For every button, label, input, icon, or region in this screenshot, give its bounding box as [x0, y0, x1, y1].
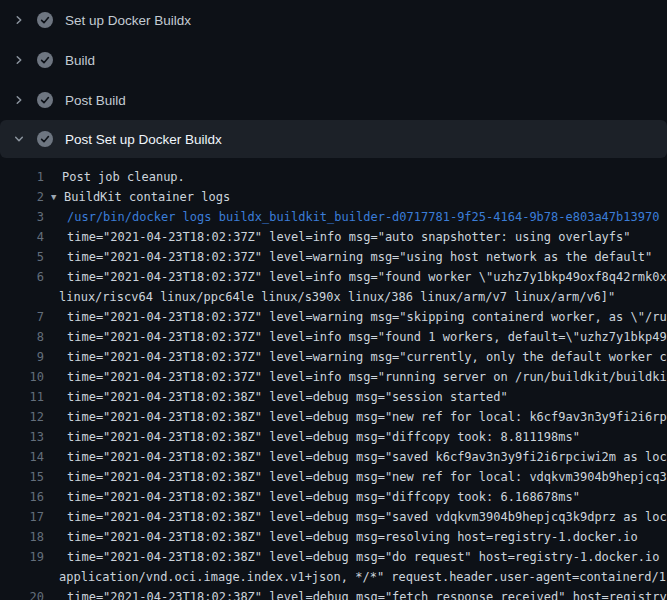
- log-line: 3 /usr/bin/docker logs buildx_buildkit_b…: [0, 207, 667, 227]
- log-line-text: time="2021-04-23T18:02:37Z" level=warnin…: [67, 247, 652, 267]
- log-line-number: 9: [0, 347, 44, 367]
- log-line-number: 3: [0, 207, 44, 227]
- log-line-number: 16: [0, 487, 44, 507]
- log-line-number: [0, 287, 44, 307]
- log-line: 20 time="2021-04-23T18:02:38Z" level=deb…: [0, 587, 667, 600]
- step-label: Build: [65, 53, 95, 68]
- log-line-text: time="2021-04-23T18:02:38Z" level=debug …: [67, 387, 508, 407]
- log-line: 17 time="2021-04-23T18:02:38Z" level=deb…: [0, 507, 667, 527]
- log-line-number: 14: [0, 447, 44, 467]
- log-line-number: 10: [0, 367, 44, 387]
- log-line-text: time="2021-04-23T18:02:38Z" level=debug …: [67, 587, 667, 600]
- chevron-right-icon[interactable]: [12, 52, 26, 68]
- chevron-down-icon[interactable]: [12, 131, 26, 147]
- log-line-number: 18: [0, 527, 44, 547]
- step-header-post-set-up-docker-buildx[interactable]: Post Set up Docker Buildx: [0, 120, 667, 158]
- log-line: linux/riscv64 linux/ppc64le linux/s390x …: [0, 287, 667, 307]
- log-line-text: Post job cleanup.: [62, 167, 185, 187]
- log-line-text: time="2021-04-23T18:02:37Z" level=warnin…: [67, 347, 667, 367]
- log-line-text: time="2021-04-23T18:02:38Z" level=debug …: [67, 407, 667, 427]
- step-header-set-up-docker-buildx[interactable]: Set up Docker Buildx: [0, 0, 667, 40]
- step-list: Set up Docker Buildx Build P: [0, 0, 667, 158]
- log-line-number: 7: [0, 307, 44, 327]
- log-line-text: time="2021-04-23T18:02:38Z" level=debug …: [67, 547, 667, 567]
- chevron-right-icon[interactable]: [12, 12, 26, 28]
- log-line-text: /usr/bin/docker logs buildx_buildkit_bui…: [67, 207, 659, 227]
- log-line-number: 8: [0, 327, 44, 347]
- log-line-number: 4: [0, 227, 44, 247]
- log-line: 7 time="2021-04-23T18:02:37Z" level=warn…: [0, 307, 667, 327]
- log-line: application/vnd.oci.image.index.v1+json,…: [0, 567, 667, 587]
- step-label: Post Set up Docker Buildx: [65, 132, 222, 147]
- log-line: 12 time="2021-04-23T18:02:38Z" level=deb…: [0, 407, 667, 427]
- check-circle-icon: [37, 131, 53, 147]
- log-line: 6 time="2021-04-23T18:02:37Z" level=info…: [0, 267, 667, 287]
- log-line-text: BuildKit container logs: [64, 187, 230, 207]
- log-line-text: time="2021-04-23T18:02:37Z" level=info m…: [67, 227, 631, 247]
- log-line: 8 time="2021-04-23T18:02:37Z" level=info…: [0, 327, 667, 347]
- log-line-number: 13: [0, 427, 44, 447]
- log-line: 13 time="2021-04-23T18:02:38Z" level=deb…: [0, 427, 667, 447]
- check-circle-icon: [37, 52, 53, 68]
- step-header-build[interactable]: Build: [0, 40, 667, 80]
- log-line-number: 1: [0, 167, 44, 187]
- log-line-text: time="2021-04-23T18:02:37Z" level=info m…: [67, 267, 667, 287]
- step-label: Post Build: [65, 93, 126, 108]
- log-line-text: time="2021-04-23T18:02:38Z" level=debug …: [67, 447, 667, 467]
- actions-log-viewer: Set up Docker Buildx Build P: [0, 0, 667, 600]
- log-line-text: time="2021-04-23T18:02:38Z" level=debug …: [67, 507, 667, 527]
- log-line-number: 5: [0, 247, 44, 267]
- log-line-number: 12: [0, 407, 44, 427]
- log-line: 4 time="2021-04-23T18:02:37Z" level=info…: [0, 227, 667, 247]
- check-circle-icon: [37, 92, 53, 108]
- log-line-text: linux/riscv64 linux/ppc64le linux/s390x …: [59, 287, 615, 307]
- log-line: 1 Post job cleanup.: [0, 167, 667, 187]
- chevron-right-icon[interactable]: [12, 92, 26, 108]
- log-line-number: 17: [0, 507, 44, 527]
- log-line: 11 time="2021-04-23T18:02:38Z" level=deb…: [0, 387, 667, 407]
- log-line: 5 time="2021-04-23T18:02:37Z" level=warn…: [0, 247, 667, 267]
- log-line: 2 ▼ BuildKit container logs: [0, 187, 667, 207]
- log-line: 16 time="2021-04-23T18:02:38Z" level=deb…: [0, 487, 667, 507]
- log-line-text: time="2021-04-23T18:02:37Z" level=warnin…: [67, 307, 667, 327]
- log-line: 14 time="2021-04-23T18:02:38Z" level=deb…: [0, 447, 667, 467]
- step-header-post-build[interactable]: Post Build: [0, 80, 667, 120]
- log-line: 18 time="2021-04-23T18:02:38Z" level=deb…: [0, 527, 667, 547]
- log-line: 10 time="2021-04-23T18:02:37Z" level=inf…: [0, 367, 667, 387]
- log-line-text: time="2021-04-23T18:02:38Z" level=debug …: [67, 527, 638, 547]
- log-line: 15 time="2021-04-23T18:02:38Z" level=deb…: [0, 467, 667, 487]
- log-line-number: 6: [0, 267, 44, 287]
- log-line-number: 19: [0, 547, 44, 567]
- log-line-number: [0, 567, 44, 587]
- log-line-text: time="2021-04-23T18:02:37Z" level=info m…: [67, 367, 667, 387]
- log-line-text: time="2021-04-23T18:02:38Z" level=debug …: [67, 467, 667, 487]
- log-line-text: time="2021-04-23T18:02:38Z" level=debug …: [67, 487, 580, 507]
- log-line-number: 11: [0, 387, 44, 407]
- group-caret-icon[interactable]: ▼: [51, 187, 61, 207]
- log-line-number: 2: [0, 187, 44, 207]
- log-line: 19 time="2021-04-23T18:02:38Z" level=deb…: [0, 547, 667, 567]
- log-line-text: time="2021-04-23T18:02:37Z" level=info m…: [67, 327, 667, 347]
- log-line: 9 time="2021-04-23T18:02:37Z" level=warn…: [0, 347, 667, 367]
- log-line-number: 15: [0, 467, 44, 487]
- log-line-number: 20: [0, 587, 44, 600]
- log-line-text: time="2021-04-23T18:02:38Z" level=debug …: [67, 427, 580, 447]
- log-lines: 1 Post job cleanup. 2 ▼ BuildKit contain…: [0, 158, 667, 600]
- step-label: Set up Docker Buildx: [65, 13, 191, 28]
- check-circle-icon: [37, 12, 53, 28]
- log-line-text: application/vnd.oci.image.index.v1+json,…: [59, 567, 667, 587]
